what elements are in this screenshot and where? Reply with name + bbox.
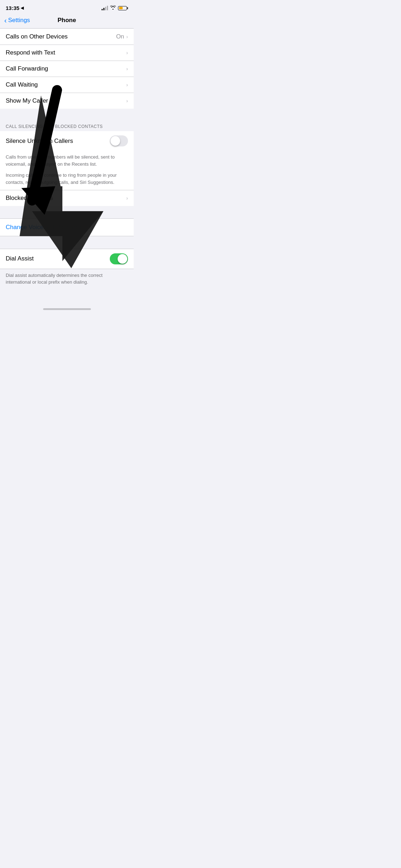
chevron-right-icon-2: ›	[126, 50, 128, 56]
silence-description-2: Incoming calls will continue to ring fro…	[0, 172, 134, 190]
call-silencing-header: CALL SILENCING AND BLOCKED CONTACTS	[0, 121, 134, 131]
status-bar: 13:35 ◀	[0, 0, 134, 14]
page-title: Phone	[58, 17, 76, 24]
blocked-contacts-right: ›	[126, 195, 128, 201]
home-indicator-area	[0, 291, 134, 313]
dial-assist-group: Dial Assist	[0, 249, 134, 269]
status-icons	[102, 5, 128, 11]
settings-group-1: Calls on Other Devices On › Respond with…	[0, 29, 134, 109]
wifi-icon	[110, 5, 116, 11]
back-button[interactable]: ‹ Settings	[4, 17, 30, 24]
respond-with-text-label: Respond with Text	[6, 49, 55, 56]
silence-unknown-callers-toggle[interactable]	[110, 135, 128, 146]
group-gap-2	[0, 206, 134, 218]
dial-assist-description: Dial assist automatically determines the…	[0, 269, 134, 291]
call-waiting-right: ›	[126, 82, 128, 88]
silence-group: Silence Unknown Callers Calls from unkno…	[0, 131, 134, 190]
dial-assist-toggle[interactable]	[110, 253, 128, 264]
location-arrow-icon: ◀	[21, 6, 24, 10]
dial-assist-row[interactable]: Dial Assist	[0, 249, 134, 269]
nav-bar: ‹ Settings Phone	[0, 14, 134, 29]
signal-bar-3	[105, 7, 106, 10]
silence-description-1: Calls from unknown numbers will be silen…	[0, 151, 134, 172]
silence-desc-text-1: Calls from unknown numbers will be silen…	[6, 154, 128, 167]
dial-assist-desc-text: Dial assist automatically determines the…	[6, 273, 103, 285]
calls-on-other-devices-label: Calls on Other Devices	[6, 33, 68, 40]
change-voicemail-password-link[interactable]: Change Voicemail Password	[6, 224, 83, 231]
page-wrapper: 13:35 ◀	[0, 0, 134, 313]
toggle-thumb	[110, 136, 120, 146]
group-gap-3	[0, 236, 134, 249]
chevron-right-icon: ›	[126, 34, 128, 40]
blocked-contacts-label: Blocked Contacts	[6, 195, 53, 202]
calls-on-other-devices-right: On ›	[116, 33, 128, 40]
call-forwarding-label: Call Forwarding	[6, 65, 48, 72]
voicemail-row[interactable]: Change Voicemail Password	[0, 219, 134, 236]
respond-with-text-row[interactable]: Respond with Text ›	[0, 45, 134, 61]
group-gap-1	[0, 109, 134, 121]
calls-on-other-devices-value: On	[116, 33, 124, 40]
signal-bar-1	[102, 9, 103, 10]
call-forwarding-row[interactable]: Call Forwarding ›	[0, 61, 134, 77]
chevron-left-icon: ‹	[4, 17, 7, 24]
chevron-right-icon-3: ›	[126, 66, 128, 72]
blocked-contacts-group: Blocked Contacts ›	[0, 190, 134, 206]
show-caller-id-label: Show My Caller ID	[6, 97, 56, 104]
call-forwarding-right: ›	[126, 66, 128, 72]
calls-on-other-devices-row[interactable]: Calls on Other Devices On ›	[0, 29, 134, 45]
dial-assist-label: Dial Assist	[6, 255, 34, 262]
chevron-right-icon-6: ›	[126, 195, 128, 201]
silence-unknown-callers-label: Silence Unknown Callers	[6, 138, 73, 145]
silence-desc-text-2: Incoming calls will continue to ring fro…	[6, 172, 128, 186]
battery-icon	[118, 6, 128, 10]
dial-assist-toggle-thumb	[118, 254, 127, 264]
home-indicator-bar	[43, 308, 91, 310]
call-waiting-label: Call Waiting	[6, 81, 38, 88]
back-label: Settings	[8, 17, 30, 24]
signal-bar-4	[107, 6, 108, 10]
silence-unknown-callers-row[interactable]: Silence Unknown Callers	[0, 131, 134, 151]
call-waiting-row[interactable]: Call Waiting ›	[0, 77, 134, 93]
blocked-contacts-row[interactable]: Blocked Contacts ›	[0, 190, 134, 206]
signal-bar-2	[103, 8, 104, 10]
respond-with-text-right: ›	[126, 50, 128, 56]
status-time: 13:35 ◀	[6, 5, 24, 11]
time-label: 13:35	[6, 5, 19, 11]
show-caller-id-right: ›	[126, 98, 128, 104]
chevron-right-icon-4: ›	[126, 82, 128, 88]
chevron-right-icon-5: ›	[126, 98, 128, 104]
show-caller-id-row[interactable]: Show My Caller ID ›	[0, 93, 134, 109]
signal-bars-icon	[102, 6, 108, 10]
voicemail-group: Change Voicemail Password	[0, 218, 134, 236]
